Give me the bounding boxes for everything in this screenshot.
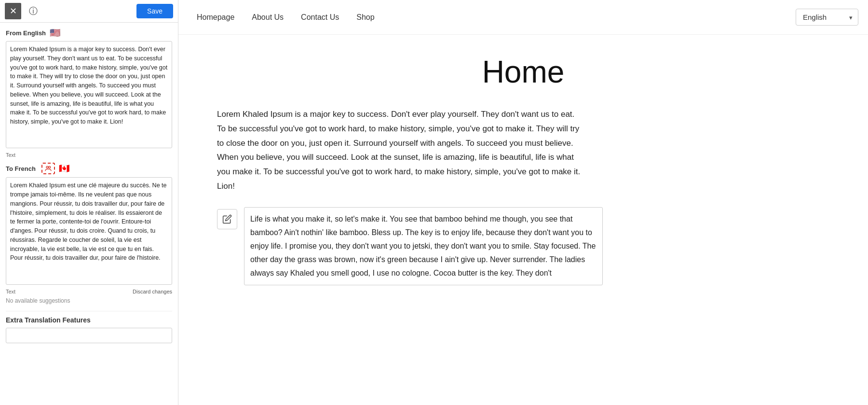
edit-pencil-button[interactable] xyxy=(217,209,237,229)
nav-about[interactable]: About Us xyxy=(243,0,292,34)
svg-point-0 xyxy=(46,167,48,168)
content-paragraph-1: Lorem Khaled Ipsum is a major key to suc… xyxy=(217,107,583,194)
site-preview: Homepage About Us Contact Us Shop Englis… xyxy=(178,0,868,405)
discard-row: Text Discard changes xyxy=(6,289,172,294)
info-button[interactable]: ⓘ xyxy=(25,3,41,19)
panel-header: ✕ ⓘ Save xyxy=(0,0,178,23)
content-paragraph-2: Life is what you make it, so let's make … xyxy=(244,207,603,285)
language-selector-wrapper: English French Spanish ▾ xyxy=(796,9,858,26)
extra-features-input[interactable] xyxy=(6,328,172,343)
to-type-label: Text xyxy=(6,289,15,294)
suggestions-text: No available suggestions xyxy=(6,297,172,304)
from-flag: 🇺🇸 xyxy=(50,28,60,38)
site-content: Home Lorem Khaled Ipsum is a major key t… xyxy=(178,35,868,405)
to-label: To French 🇨🇦 xyxy=(6,163,172,174)
to-flag: 🇨🇦 xyxy=(59,163,69,174)
close-button[interactable]: ✕ xyxy=(5,3,21,19)
nav-contact[interactable]: Contact Us xyxy=(292,0,348,34)
to-text-area[interactable]: Lorem Khaled Ipsum est une clé majeure d… xyxy=(6,177,172,284)
editable-block: Life is what you make it, so let's make … xyxy=(217,207,603,285)
discard-button[interactable]: Discard changes xyxy=(133,289,172,294)
language-select[interactable]: English French Spanish xyxy=(796,9,858,26)
page-title: Home xyxy=(217,54,829,90)
extra-features-label: Extra Translation Features xyxy=(6,311,172,324)
save-button[interactable]: Save xyxy=(136,4,173,18)
from-text-area[interactable]: Lorem Khaled Ipsum is a major key to suc… xyxy=(6,41,172,148)
from-label: From English 🇺🇸 xyxy=(6,28,172,38)
group-icon xyxy=(41,163,55,174)
panel-content: From English 🇺🇸 Lorem Khaled Ipsum is a … xyxy=(0,23,178,405)
site-nav: Homepage About Us Contact Us Shop Englis… xyxy=(178,0,868,35)
from-type-label: Text xyxy=(6,152,172,158)
translation-panel: ✕ ⓘ Save From English 🇺🇸 Lorem Khaled Ip… xyxy=(0,0,178,405)
svg-point-1 xyxy=(49,167,51,168)
nav-homepage[interactable]: Homepage xyxy=(188,0,243,34)
nav-shop[interactable]: Shop xyxy=(348,0,383,34)
